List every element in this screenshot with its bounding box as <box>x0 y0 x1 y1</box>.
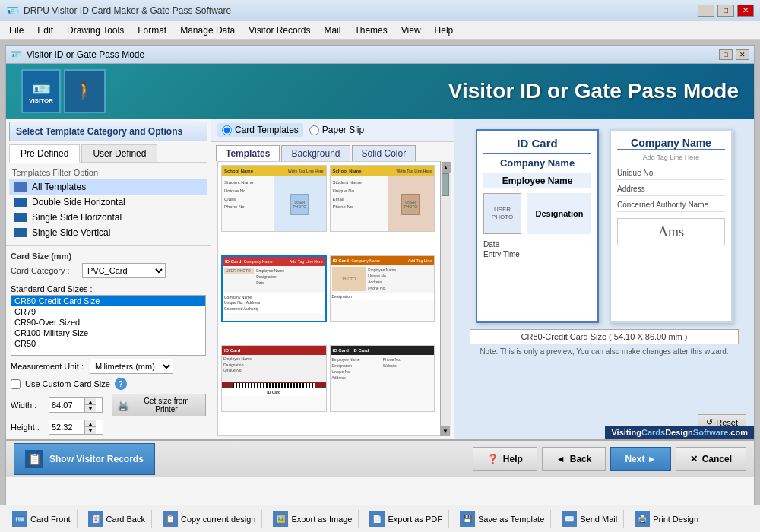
menu-format[interactable]: Format <box>131 24 173 37</box>
back-label: Back <box>570 454 592 464</box>
menu-visitor-records[interactable]: Visitor Records <box>242 24 316 37</box>
custom-size-checkbox[interactable] <box>11 379 21 389</box>
menu-view[interactable]: View <box>395 24 427 37</box>
template-filter-list: Templates Filter Option All Templates Do… <box>6 163 211 243</box>
mid-tab-background[interactable]: Background <box>281 145 350 161</box>
height-up-btn[interactable]: ▲ <box>85 420 96 427</box>
measurement-label: Measurement Unit : <box>11 362 87 371</box>
toolbar-export-pdf[interactable]: 📄 Export as PDF <box>363 510 449 528</box>
preview-note: Note: This is only a preview, You can al… <box>480 347 728 356</box>
back-button[interactable]: ◄ Back <box>542 447 606 471</box>
menu-file[interactable]: File <box>3 24 30 37</box>
width-down-btn[interactable]: ▼ <box>85 405 96 412</box>
size-info-bar: CR80-Credit Card Size ( 54.10 X 86.00 mm… <box>470 329 739 344</box>
middle-tabs: Templates Background Solid Color <box>211 142 454 161</box>
menu-bar: File Edit Drawing Tools Format Manage Da… <box>0 21 760 40</box>
radio-paper-input[interactable] <box>309 125 319 135</box>
help-button[interactable]: ❓ Help <box>473 447 537 471</box>
template-thumb-3[interactable]: ID Card Company Name Add Tag Line Here U… <box>221 255 327 322</box>
menu-mail[interactable]: Mail <box>318 24 347 37</box>
card-size-label: Card Size (mm) <box>11 252 206 261</box>
save-template-icon: 💾 <box>460 511 475 527</box>
menu-themes[interactable]: Themes <box>348 24 393 37</box>
copy-icon: 📋 <box>163 511 178 527</box>
template-thumb-1[interactable]: School Name Write Tag Line Here Student … <box>221 165 327 232</box>
standard-sizes-label: Standard Card Sizes : <box>6 284 211 293</box>
mid-tab-solid-color[interactable]: Solid Color <box>352 145 416 161</box>
height-down-btn[interactable]: ▼ <box>85 427 96 434</box>
minimize-button[interactable]: — <box>698 5 714 17</box>
filter-all-templates[interactable]: All Templates <box>9 179 207 195</box>
template-thumb-5[interactable]: ID Card Employee Name Designation Unique… <box>221 345 327 412</box>
card-date: Date <box>483 240 591 249</box>
filter-single-side-h[interactable]: Single Side Horizontal <box>9 210 207 225</box>
show-visitor-button[interactable]: 📋 Show Visitor Records <box>14 443 155 475</box>
width-spinbox[interactable]: ▲ ▼ <box>49 397 103 413</box>
toolbar-export-image[interactable]: 🖼️ Export as Image <box>267 510 359 528</box>
toolbar-card-back[interactable]: 🃏 Card Back <box>82 510 152 528</box>
next-button[interactable]: Next ► <box>610 447 670 471</box>
mode-radio-row: Card Templates Paper Slip <box>211 119 454 142</box>
card-category-select[interactable]: PVC_Card Paper_Card Custom <box>82 263 166 278</box>
company-card-preview: Company Name Add Tag Line Here Unique No… <box>610 129 733 323</box>
width-row: Width : ▲ ▼ 🖨️ Get size from Printer <box>6 392 211 418</box>
measurement-select[interactable]: Milimeters (mm) Inches (in) <box>90 359 173 374</box>
height-spinbox[interactable]: ▲ ▼ <box>49 420 103 435</box>
toolbar-card-front[interactable]: 🪪 Card Front <box>6 510 78 528</box>
mid-tab-templates[interactable]: Templates <box>216 145 280 161</box>
size-cr79[interactable]: CR79 <box>11 306 205 317</box>
toolbar-save-template[interactable]: 💾 Save as Template <box>454 510 551 528</box>
single-side-h-icon <box>14 213 27 222</box>
menu-drawing-tools[interactable]: Drawing Tools <box>61 24 130 37</box>
size-cr100[interactable]: CR100-Military Size <box>11 328 205 338</box>
toolbar-print-design[interactable]: 🖨️ Print Design <box>629 510 705 528</box>
left-panel: Select Template Category and Options Pre… <box>6 119 211 439</box>
toolbar-send-mail[interactable]: ✉️ Send Mail <box>556 510 624 528</box>
address-field: Address <box>617 185 725 196</box>
print-icon: 🖨️ <box>635 511 650 527</box>
template-thumb-6[interactable]: ID Card ID Card Employee Name Designatio… <box>330 345 435 412</box>
bottom-bar: 📋 Show Visitor Records ❓ Help ◄ Back Nex… <box>6 439 754 477</box>
menu-help[interactable]: Help <box>429 24 460 37</box>
menu-manage-data[interactable]: Manage Data <box>174 24 241 37</box>
tab-pre-defined[interactable]: Pre Defined <box>9 144 80 163</box>
templates-grid: School Name Write Tag Line Here Student … <box>217 161 448 436</box>
card-company-name: Company Name <box>483 157 591 169</box>
size-cr80[interactable]: CR80-Credit Card Size <box>11 296 205 306</box>
scrollbar-thumb[interactable] <box>442 173 449 196</box>
id-card-preview: ID Card Company Name Employee Name USERP… <box>476 129 599 323</box>
template-thumb-2[interactable]: School Name Write Tag Line Here Student … <box>330 165 435 232</box>
tab-user-defined[interactable]: User Defined <box>81 144 157 162</box>
filter-double-side-h[interactable]: Double Side Horizontal <box>9 195 207 210</box>
nav-buttons: ❓ Help ◄ Back Next ► ✕ Cancel <box>473 447 746 471</box>
info-button[interactable]: ? <box>115 378 127 390</box>
radio-card-templates[interactable]: Card Templates <box>217 123 303 137</box>
card-size-section: Card Size (mm) Card Category : PVC_Card … <box>6 249 211 284</box>
close-button[interactable]: ✕ <box>737 5 754 17</box>
width-input[interactable] <box>49 400 84 410</box>
height-input[interactable] <box>49 422 84 432</box>
panel-header: Select Template Category and Options <box>9 122 207 141</box>
radio-card-input[interactable] <box>222 125 232 135</box>
menu-edit[interactable]: Edit <box>31 24 59 37</box>
size-cr90[interactable]: CR90-Over Sized <box>11 317 205 328</box>
tabs-row: Pre Defined User Defined <box>9 144 207 163</box>
template-thumb-4[interactable]: ID Card Company Name Add Tag Line PHOTO … <box>330 255 435 322</box>
maximize-button[interactable]: □ <box>717 5 734 17</box>
cancel-button[interactable]: ✕ Cancel <box>676 447 746 471</box>
window-title: Visitor ID or Gate Pass Mode <box>27 49 144 60</box>
template-scrollbar[interactable]: ▲ ▼ <box>440 161 451 436</box>
sizes-listbox[interactable]: CR80-Credit Card Size CR79 CR90-Over Siz… <box>11 295 206 356</box>
size-cr50[interactable]: CR50 <box>11 338 205 349</box>
help-label: Help <box>503 454 523 464</box>
height-label: Height : <box>11 423 43 432</box>
sub-maximize-button[interactable]: □ <box>719 49 733 60</box>
user-photo-box: USERPHOTO <box>483 193 521 234</box>
width-up-btn[interactable]: ▲ <box>85 398 96 405</box>
radio-paper-slip[interactable]: Paper Slip <box>309 125 364 135</box>
toolbar-copy-design[interactable]: 📋 Copy current design <box>157 510 262 528</box>
export-pdf-icon: 📄 <box>369 511 385 527</box>
get-size-button[interactable]: 🖨️ Get size from Printer <box>112 394 206 416</box>
filter-single-side-v[interactable]: Single Side Vertical <box>9 225 207 240</box>
sub-close-button[interactable]: ✕ <box>736 49 749 60</box>
